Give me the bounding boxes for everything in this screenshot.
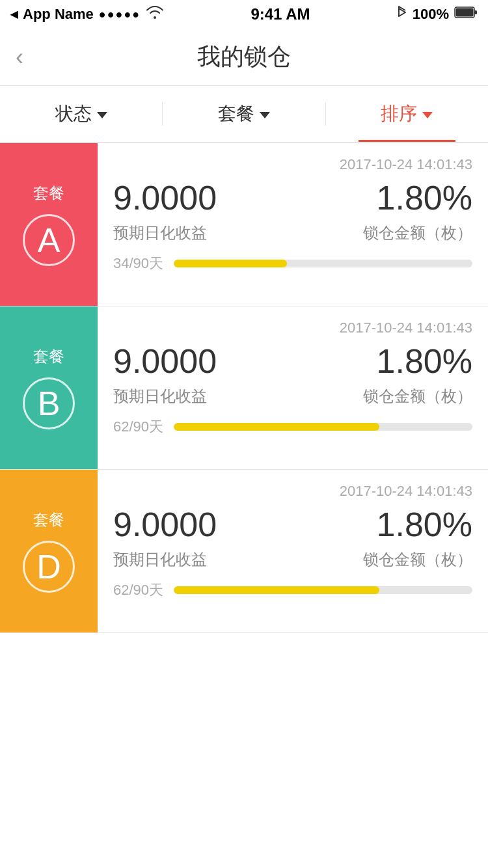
filter-status-label: 状态 [55,102,92,126]
back-chevron-icon: ◂ [10,6,18,23]
progress-bar-fill [174,260,286,267]
filter-status-triangle-icon [97,112,107,118]
progress-bar-bg [174,586,472,594]
card-right-b: 2017-10-24 14:01:43 9.0000 1.80% 预期日化收益 … [98,306,488,469]
card-progress-area: 34/90天 [113,254,472,273]
card-labels: 预期日化收益 锁仓金额（枚） [113,386,472,407]
card-label-left: 预期日化收益 [113,549,207,570]
filter-package-triangle-icon [260,112,270,118]
status-bar: ◂ App Name ●●●●● 9:41 AM 100% [0,0,488,29]
status-left: ◂ App Name ●●●●● [10,6,164,23]
nav-bar: ‹ 我的锁仓 [0,29,488,86]
card-timestamp: 2017-10-24 14:01:43 [113,156,472,173]
filter-sort[interactable]: 排序 [326,86,488,142]
bluetooth-icon [397,5,407,24]
card-right-d: 2017-10-24 14:01:43 9.0000 1.80% 预期日化收益 … [98,470,488,632]
card-label-left: 预期日化收益 [113,386,207,407]
card-values: 9.0000 1.80% [113,508,472,541]
card-package-letter: A [38,221,61,260]
card-package-circle: A [23,214,75,266]
card-package-label: 套餐 [33,346,64,367]
card-label-right: 锁仓金额（枚） [363,386,472,407]
card-package-label: 套餐 [33,509,64,530]
progress-bar-bg [174,423,472,431]
card-item-a[interactable]: 套餐 A 2017-10-24 14:01:43 9.0000 1.80% 预期… [0,143,488,306]
card-left-b: 套餐 B [0,306,98,469]
card-value-left: 9.0000 [113,181,217,215]
card-package-circle: D [23,541,75,593]
card-list: 套餐 A 2017-10-24 14:01:43 9.0000 1.80% 预期… [0,143,488,633]
card-days: 62/90天 [113,417,163,437]
bottom-space [0,633,488,828]
card-label-right: 锁仓金额（枚） [363,223,472,243]
card-package-letter: B [38,384,61,423]
card-values: 9.0000 1.80% [113,181,472,215]
progress-bar-bg [174,260,472,267]
card-value-left: 9.0000 [113,508,217,541]
app-name: App Name [23,6,94,23]
card-package-circle: B [23,377,75,429]
card-labels: 预期日化收益 锁仓金额（枚） [113,549,472,570]
nav-back-button[interactable]: ‹ [16,46,23,69]
battery-percentage: 100% [413,6,449,23]
filter-package[interactable]: 套餐 [163,86,325,142]
card-value-right: 1.80% [377,508,472,541]
card-label-left: 预期日化收益 [113,223,207,243]
wifi-icon [146,6,164,23]
card-labels: 预期日化收益 锁仓金额（枚） [113,223,472,243]
card-label-right: 锁仓金额（枚） [363,549,472,570]
svg-rect-1 [474,10,477,14]
card-left-d: 套餐 D [0,470,98,632]
card-days: 62/90天 [113,580,163,600]
status-time: 9:41 AM [251,5,310,23]
signal-icon: ●●●●● [99,8,141,21]
filter-status[interactable]: 状态 [0,86,162,142]
card-package-label: 套餐 [33,183,64,204]
card-left-a: 套餐 A [0,143,98,306]
battery-icon [454,6,478,23]
card-values: 9.0000 1.80% [113,344,472,378]
card-value-left: 9.0000 [113,344,217,378]
svg-rect-2 [456,8,474,17]
card-value-right: 1.80% [377,344,472,378]
card-progress-area: 62/90天 [113,417,472,437]
card-days: 34/90天 [113,254,163,273]
card-timestamp: 2017-10-24 14:01:43 [113,319,472,336]
card-package-letter: D [36,547,61,586]
card-item-d[interactable]: 套餐 D 2017-10-24 14:01:43 9.0000 1.80% 预期… [0,470,488,633]
card-item-b[interactable]: 套餐 B 2017-10-24 14:01:43 9.0000 1.80% 预期… [0,306,488,470]
filter-package-label: 套餐 [218,102,254,126]
status-right: 100% [397,5,478,24]
card-right-a: 2017-10-24 14:01:43 9.0000 1.80% 预期日化收益 … [98,143,488,306]
filter-bar: 状态 套餐 排序 [0,86,488,143]
nav-title: 我的锁仓 [197,41,291,73]
card-timestamp: 2017-10-24 14:01:43 [113,483,472,500]
progress-bar-fill [174,586,379,594]
card-value-right: 1.80% [377,181,472,215]
filter-sort-label: 排序 [381,102,417,126]
card-progress-area: 62/90天 [113,580,472,600]
progress-bar-fill [174,423,379,431]
filter-sort-triangle-icon [422,112,433,118]
